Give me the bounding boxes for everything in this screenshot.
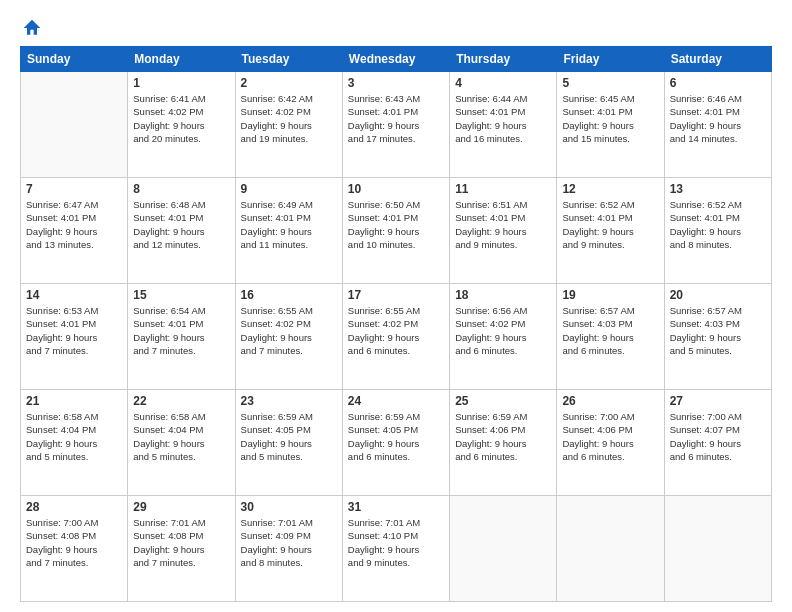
day-number: 25 — [455, 394, 551, 408]
logo — [20, 18, 42, 36]
calendar-cell: 9Sunrise: 6:49 AM Sunset: 4:01 PM Daylig… — [235, 178, 342, 284]
weekday-header-row: SundayMondayTuesdayWednesdayThursdayFrid… — [21, 47, 772, 72]
day-info: Sunrise: 7:01 AM Sunset: 4:08 PM Dayligh… — [133, 516, 229, 569]
week-row-4: 28Sunrise: 7:00 AM Sunset: 4:08 PM Dayli… — [21, 496, 772, 602]
calendar-cell: 6Sunrise: 6:46 AM Sunset: 4:01 PM Daylig… — [664, 72, 771, 178]
day-number: 16 — [241, 288, 337, 302]
calendar-cell: 29Sunrise: 7:01 AM Sunset: 4:08 PM Dayli… — [128, 496, 235, 602]
day-info: Sunrise: 7:00 AM Sunset: 4:08 PM Dayligh… — [26, 516, 122, 569]
day-info: Sunrise: 6:47 AM Sunset: 4:01 PM Dayligh… — [26, 198, 122, 251]
day-info: Sunrise: 6:48 AM Sunset: 4:01 PM Dayligh… — [133, 198, 229, 251]
calendar-cell: 10Sunrise: 6:50 AM Sunset: 4:01 PM Dayli… — [342, 178, 449, 284]
day-number: 23 — [241, 394, 337, 408]
calendar-cell: 11Sunrise: 6:51 AM Sunset: 4:01 PM Dayli… — [450, 178, 557, 284]
calendar-cell: 21Sunrise: 6:58 AM Sunset: 4:04 PM Dayli… — [21, 390, 128, 496]
day-info: Sunrise: 6:55 AM Sunset: 4:02 PM Dayligh… — [241, 304, 337, 357]
day-number: 20 — [670, 288, 766, 302]
day-info: Sunrise: 7:00 AM Sunset: 4:07 PM Dayligh… — [670, 410, 766, 463]
day-info: Sunrise: 6:59 AM Sunset: 4:05 PM Dayligh… — [348, 410, 444, 463]
weekday-header-saturday: Saturday — [664, 47, 771, 72]
day-number: 6 — [670, 76, 766, 90]
calendar-cell: 24Sunrise: 6:59 AM Sunset: 4:05 PM Dayli… — [342, 390, 449, 496]
day-number: 7 — [26, 182, 122, 196]
day-info: Sunrise: 6:43 AM Sunset: 4:01 PM Dayligh… — [348, 92, 444, 145]
day-number: 18 — [455, 288, 551, 302]
calendar-cell: 8Sunrise: 6:48 AM Sunset: 4:01 PM Daylig… — [128, 178, 235, 284]
day-info: Sunrise: 6:45 AM Sunset: 4:01 PM Dayligh… — [562, 92, 658, 145]
day-info: Sunrise: 6:51 AM Sunset: 4:01 PM Dayligh… — [455, 198, 551, 251]
weekday-header-monday: Monday — [128, 47, 235, 72]
day-number: 11 — [455, 182, 551, 196]
week-row-3: 21Sunrise: 6:58 AM Sunset: 4:04 PM Dayli… — [21, 390, 772, 496]
day-info: Sunrise: 6:50 AM Sunset: 4:01 PM Dayligh… — [348, 198, 444, 251]
day-number: 13 — [670, 182, 766, 196]
day-info: Sunrise: 6:54 AM Sunset: 4:01 PM Dayligh… — [133, 304, 229, 357]
day-info: Sunrise: 6:55 AM Sunset: 4:02 PM Dayligh… — [348, 304, 444, 357]
calendar-cell: 7Sunrise: 6:47 AM Sunset: 4:01 PM Daylig… — [21, 178, 128, 284]
day-number: 3 — [348, 76, 444, 90]
day-number: 2 — [241, 76, 337, 90]
day-info: Sunrise: 7:01 AM Sunset: 4:09 PM Dayligh… — [241, 516, 337, 569]
weekday-header-thursday: Thursday — [450, 47, 557, 72]
calendar-cell: 18Sunrise: 6:56 AM Sunset: 4:02 PM Dayli… — [450, 284, 557, 390]
day-info: Sunrise: 6:58 AM Sunset: 4:04 PM Dayligh… — [26, 410, 122, 463]
day-info: Sunrise: 6:59 AM Sunset: 4:05 PM Dayligh… — [241, 410, 337, 463]
logo-icon — [22, 18, 42, 38]
day-info: Sunrise: 6:49 AM Sunset: 4:01 PM Dayligh… — [241, 198, 337, 251]
day-number: 9 — [241, 182, 337, 196]
calendar-cell — [450, 496, 557, 602]
day-info: Sunrise: 6:56 AM Sunset: 4:02 PM Dayligh… — [455, 304, 551, 357]
calendar-cell: 1Sunrise: 6:41 AM Sunset: 4:02 PM Daylig… — [128, 72, 235, 178]
calendar-cell: 17Sunrise: 6:55 AM Sunset: 4:02 PM Dayli… — [342, 284, 449, 390]
day-info: Sunrise: 6:57 AM Sunset: 4:03 PM Dayligh… — [562, 304, 658, 357]
calendar-cell: 12Sunrise: 6:52 AM Sunset: 4:01 PM Dayli… — [557, 178, 664, 284]
calendar-cell: 13Sunrise: 6:52 AM Sunset: 4:01 PM Dayli… — [664, 178, 771, 284]
calendar-cell — [664, 496, 771, 602]
day-info: Sunrise: 6:41 AM Sunset: 4:02 PM Dayligh… — [133, 92, 229, 145]
weekday-header-friday: Friday — [557, 47, 664, 72]
calendar-cell: 4Sunrise: 6:44 AM Sunset: 4:01 PM Daylig… — [450, 72, 557, 178]
week-row-1: 7Sunrise: 6:47 AM Sunset: 4:01 PM Daylig… — [21, 178, 772, 284]
calendar-cell: 26Sunrise: 7:00 AM Sunset: 4:06 PM Dayli… — [557, 390, 664, 496]
calendar-cell: 5Sunrise: 6:45 AM Sunset: 4:01 PM Daylig… — [557, 72, 664, 178]
weekday-header-sunday: Sunday — [21, 47, 128, 72]
calendar-cell: 23Sunrise: 6:59 AM Sunset: 4:05 PM Dayli… — [235, 390, 342, 496]
calendar-cell: 16Sunrise: 6:55 AM Sunset: 4:02 PM Dayli… — [235, 284, 342, 390]
day-info: Sunrise: 6:46 AM Sunset: 4:01 PM Dayligh… — [670, 92, 766, 145]
weekday-header-tuesday: Tuesday — [235, 47, 342, 72]
day-number: 28 — [26, 500, 122, 514]
page: SundayMondayTuesdayWednesdayThursdayFrid… — [0, 0, 792, 612]
day-info: Sunrise: 6:52 AM Sunset: 4:01 PM Dayligh… — [670, 198, 766, 251]
day-info: Sunrise: 6:52 AM Sunset: 4:01 PM Dayligh… — [562, 198, 658, 251]
day-number: 26 — [562, 394, 658, 408]
day-number: 4 — [455, 76, 551, 90]
header — [20, 18, 772, 36]
calendar-cell — [21, 72, 128, 178]
week-row-0: 1Sunrise: 6:41 AM Sunset: 4:02 PM Daylig… — [21, 72, 772, 178]
calendar-cell: 31Sunrise: 7:01 AM Sunset: 4:10 PM Dayli… — [342, 496, 449, 602]
day-number: 24 — [348, 394, 444, 408]
day-info: Sunrise: 7:00 AM Sunset: 4:06 PM Dayligh… — [562, 410, 658, 463]
day-info: Sunrise: 6:59 AM Sunset: 4:06 PM Dayligh… — [455, 410, 551, 463]
calendar-cell: 25Sunrise: 6:59 AM Sunset: 4:06 PM Dayli… — [450, 390, 557, 496]
day-number: 31 — [348, 500, 444, 514]
day-number: 5 — [562, 76, 658, 90]
day-number: 14 — [26, 288, 122, 302]
day-info: Sunrise: 6:42 AM Sunset: 4:02 PM Dayligh… — [241, 92, 337, 145]
day-number: 12 — [562, 182, 658, 196]
calendar-cell: 3Sunrise: 6:43 AM Sunset: 4:01 PM Daylig… — [342, 72, 449, 178]
calendar-cell: 28Sunrise: 7:00 AM Sunset: 4:08 PM Dayli… — [21, 496, 128, 602]
day-number: 17 — [348, 288, 444, 302]
day-info: Sunrise: 6:57 AM Sunset: 4:03 PM Dayligh… — [670, 304, 766, 357]
calendar-table: SundayMondayTuesdayWednesdayThursdayFrid… — [20, 46, 772, 602]
calendar-cell: 19Sunrise: 6:57 AM Sunset: 4:03 PM Dayli… — [557, 284, 664, 390]
day-number: 30 — [241, 500, 337, 514]
day-number: 8 — [133, 182, 229, 196]
day-number: 19 — [562, 288, 658, 302]
calendar-cell: 22Sunrise: 6:58 AM Sunset: 4:04 PM Dayli… — [128, 390, 235, 496]
calendar-cell: 30Sunrise: 7:01 AM Sunset: 4:09 PM Dayli… — [235, 496, 342, 602]
calendar-cell: 15Sunrise: 6:54 AM Sunset: 4:01 PM Dayli… — [128, 284, 235, 390]
day-number: 21 — [26, 394, 122, 408]
calendar-cell: 2Sunrise: 6:42 AM Sunset: 4:02 PM Daylig… — [235, 72, 342, 178]
calendar-cell: 14Sunrise: 6:53 AM Sunset: 4:01 PM Dayli… — [21, 284, 128, 390]
